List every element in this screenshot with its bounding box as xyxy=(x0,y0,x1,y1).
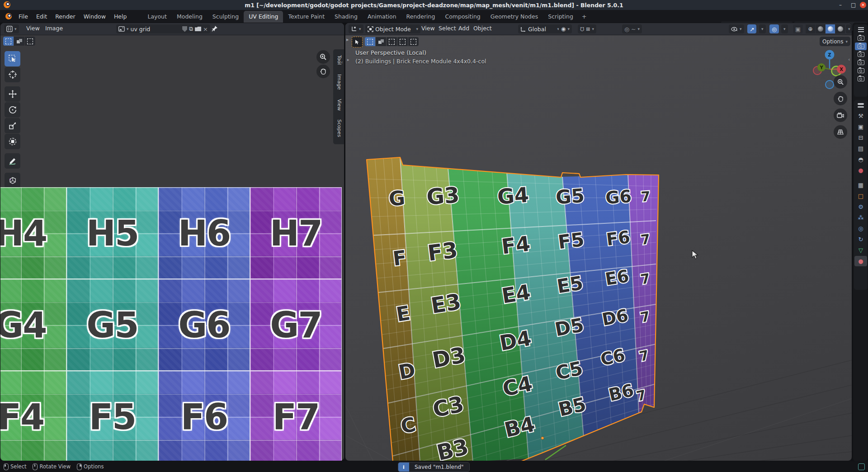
overlays-dropdown[interactable]: ▾ xyxy=(781,24,788,33)
select-mode-set[interactable] xyxy=(365,37,375,46)
workspace-tab-rendering[interactable]: Rendering xyxy=(401,11,440,23)
properties-tab-particles[interactable]: ⁂ xyxy=(854,212,867,223)
select-mode-subtract[interactable] xyxy=(387,37,397,46)
uv-grid-image[interactable]: H4H5H6H7G4G5G6G7F4F5F6F7 xyxy=(0,187,342,461)
new-image-icon[interactable]: ⧉ xyxy=(189,25,193,33)
vp-menu-object[interactable]: Object xyxy=(473,25,492,32)
menu-render[interactable]: Render xyxy=(51,12,80,21)
pin-icon[interactable] xyxy=(211,25,218,34)
mode-selector[interactable]: Object Mode ▾ xyxy=(365,24,420,33)
vp-menu-select[interactable]: Select xyxy=(439,25,456,32)
saved-notification[interactable]: i Saved "m1.blend" xyxy=(398,462,470,472)
properties-tab-physics[interactable]: ◎ xyxy=(854,223,867,234)
menu-window[interactable]: Window xyxy=(80,12,110,21)
properties-tab-collection[interactable]: ▦ xyxy=(854,180,867,190)
move-tool-button[interactable] xyxy=(5,86,20,102)
render-visibility-toggle[interactable] xyxy=(855,67,867,75)
minimize-button[interactable]: – xyxy=(839,0,842,10)
properties-tab-view-layer[interactable]: ▤ xyxy=(854,143,867,154)
active-tool-button[interactable] xyxy=(352,37,363,47)
scale-tool-button[interactable] xyxy=(5,118,20,133)
menu-file[interactable]: File xyxy=(14,12,32,21)
gizmos-dropdown[interactable]: ▾ xyxy=(759,24,766,33)
properties-editor-button[interactable] xyxy=(854,100,868,110)
select-mode-subtract[interactable] xyxy=(25,37,35,46)
rip-region-tool-button[interactable] xyxy=(5,173,20,188)
render-visibility-toggle[interactable] xyxy=(855,34,867,42)
select-mode-set[interactable] xyxy=(3,37,14,46)
annotate-tool-button[interactable] xyxy=(5,153,20,169)
viewport-options-button[interactable]: Options ▾ xyxy=(820,37,850,46)
shading-material-button[interactable] xyxy=(826,24,835,33)
overlays-toggle[interactable]: ◎ xyxy=(769,24,779,33)
render-visibility-toggle[interactable] xyxy=(855,51,867,58)
workspace-tab-sculpting[interactable]: Sculpting xyxy=(208,11,244,23)
image-selector[interactable]: ▾ uv grid ⧉ × xyxy=(116,24,210,33)
render-visibility-toggle[interactable] xyxy=(855,59,867,66)
blender-menu-icon[interactable] xyxy=(5,13,12,19)
toolbar-expand-icon[interactable]: ▸ xyxy=(346,37,349,42)
workspace-tab-layout[interactable]: Layout xyxy=(142,11,172,23)
select-mode-extend[interactable] xyxy=(14,37,24,46)
gizmo-neg-z[interactable] xyxy=(826,80,834,89)
select-mode-intersect[interactable] xyxy=(408,37,419,46)
proportional-edit-toggle[interactable]: ◎ ~ ▾ xyxy=(622,24,642,33)
workspace-tab-modeling[interactable]: Modeling xyxy=(172,11,208,23)
workspace-tab-compositing[interactable]: Compositing xyxy=(440,11,485,23)
add-workspace-button[interactable]: + xyxy=(578,11,590,22)
properties-tab-render[interactable]: ▣ xyxy=(854,122,867,132)
workspace-tab-texture-paint[interactable]: Texture Paint xyxy=(283,11,330,23)
menu-help[interactable]: Help xyxy=(110,12,131,21)
zoom-in-button[interactable] xyxy=(316,50,330,64)
workspace-tab-scripting[interactable]: Scripting xyxy=(543,11,578,23)
snap-toggle[interactable]: Ω ⊞ ▾ xyxy=(578,24,596,33)
close-button[interactable]: ✕ xyxy=(860,2,866,8)
region-toggle-chevron-icon[interactable]: ‹ xyxy=(848,57,850,62)
properties-tab-material[interactable]: ● xyxy=(854,256,867,266)
visibility-dropdown[interactable]: ▾ xyxy=(729,24,744,33)
workspace-tab-shading[interactable]: Shading xyxy=(330,11,363,23)
uv-menu-image[interactable]: Image xyxy=(45,25,63,32)
uv-editor-type-button[interactable]: ▾ xyxy=(4,24,19,33)
unlink-image-icon[interactable]: × xyxy=(203,26,208,33)
viewport-editor-type-button[interactable]: ▾ xyxy=(349,24,363,33)
shading-dropdown[interactable]: ▾ xyxy=(846,24,852,33)
menu-edit[interactable]: Edit xyxy=(32,12,51,21)
shading-rendered-button[interactable] xyxy=(835,24,845,33)
select-mode-invert[interactable] xyxy=(397,37,408,46)
render-visibility-toggle[interactable] xyxy=(855,42,867,50)
properties-tab-tool[interactable]: ⚒ xyxy=(854,111,867,121)
uv-menu-view[interactable]: View xyxy=(26,25,40,32)
orthographic-grid-button[interactable] xyxy=(834,125,847,139)
workspace-tab-animation[interactable]: Animation xyxy=(363,11,401,23)
cursor-tool-button[interactable] xyxy=(5,67,20,82)
properties-tab-constraints[interactable]: ↻ xyxy=(854,234,867,245)
pivot-point-selector[interactable]: ◉ ▾ xyxy=(559,24,572,33)
workspace-tab-geometry-nodes[interactable]: Geometry Nodes xyxy=(486,11,543,23)
properties-tab-modifiers[interactable]: ⚙ xyxy=(854,202,867,212)
properties-tab-output[interactable]: ⊟ xyxy=(854,132,867,143)
uv-sidebar-tab-scopes[interactable]: Scopes xyxy=(333,113,344,144)
viewport-zoom-button[interactable] xyxy=(834,75,847,89)
select-mode-extend[interactable] xyxy=(376,37,386,46)
tweak-tool-button[interactable] xyxy=(5,51,20,66)
viewport-canvas[interactable]: GG3G4G5G67FF3F4F5F67EE3E4E5E67DD3D4D5D67… xyxy=(345,23,852,461)
vp-menu-add[interactable]: Add xyxy=(458,25,469,32)
xray-toggle[interactable]: ▣ xyxy=(793,24,803,33)
fake-user-shield-icon[interactable] xyxy=(182,26,187,32)
pan-view-button[interactable] xyxy=(316,65,330,78)
properties-tab-scene[interactable]: ◓ xyxy=(854,154,867,165)
shading-wireframe-button[interactable]: ⊕ xyxy=(806,24,815,33)
outliner-editor-button[interactable] xyxy=(854,24,868,34)
open-image-folder-icon[interactable] xyxy=(195,27,201,31)
workspace-tab-uv-editing[interactable]: UV Editing xyxy=(244,11,283,23)
rotate-tool-button[interactable] xyxy=(5,102,20,118)
wall-mesh[interactable] xyxy=(345,23,852,461)
properties-tab-world[interactable]: ● xyxy=(854,165,867,175)
viewport-pan-button[interactable] xyxy=(834,92,847,105)
transform-orientation-selector[interactable]: Global ▾ xyxy=(518,24,561,33)
gizmos-toggle[interactable]: ↗ xyxy=(747,24,756,33)
camera-view-button[interactable] xyxy=(834,109,847,122)
sidebar-toggle-chevron-icon[interactable]: ‹ xyxy=(341,59,343,65)
vp-menu-view[interactable]: View xyxy=(421,25,435,32)
